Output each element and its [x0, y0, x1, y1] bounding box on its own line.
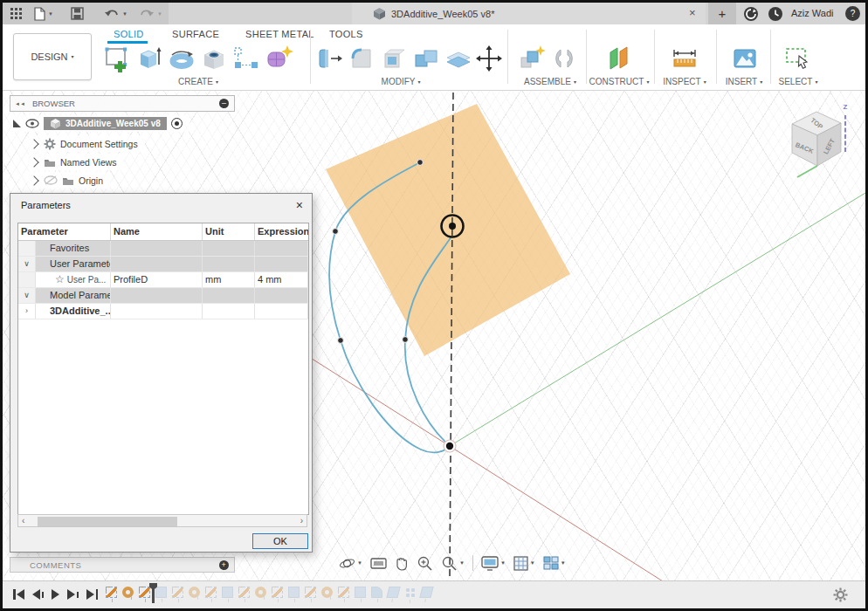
joint-button[interactable]	[549, 44, 579, 73]
timeline-item-sketch[interactable]	[106, 587, 117, 598]
expand-comments-button[interactable]: +	[219, 560, 229, 570]
expand-chevron-icon[interactable]	[29, 157, 38, 167]
timeline-item-extrude[interactable]	[288, 587, 300, 598]
visibility-off-eye-icon[interactable]	[44, 175, 58, 185]
tab-surface[interactable]: SURFACE	[172, 29, 219, 39]
timeline-item-extrude[interactable]	[155, 587, 167, 598]
timeline-item-pattern[interactable]	[404, 587, 416, 598]
timeline-item-sketch[interactable]	[272, 587, 283, 598]
tab-sheet-metal[interactable]: SHEET METAL	[245, 29, 314, 39]
collapse-chevron-icon[interactable]: ∨	[18, 257, 36, 271]
close-document-button[interactable]: ×	[689, 6, 696, 19]
timeline-item-body[interactable]	[419, 587, 433, 598]
split-body-button[interactable]	[444, 44, 473, 73]
activate-component-radio[interactable]	[171, 118, 183, 129]
spline-point[interactable]	[333, 229, 339, 235]
assemble-group-dropdown[interactable]: ASSEMBLE▾	[514, 77, 586, 86]
app-grid-icon[interactable]	[10, 6, 22, 21]
timeline-item-extrude[interactable]	[222, 587, 233, 598]
visibility-eye-icon[interactable]	[25, 119, 39, 128]
insert-image-button[interactable]	[730, 44, 760, 73]
browser-item-named-views[interactable]: Named Views	[29, 154, 124, 170]
timeline-item-revolve[interactable]	[255, 587, 266, 598]
scroll-right-arrow[interactable]: ›	[300, 516, 303, 525]
redo-button[interactable]: ▼	[139, 6, 162, 21]
sketch-plane[interactable]	[326, 104, 570, 356]
param-cell-unit[interactable]: mm	[203, 272, 255, 287]
column-header-parameter[interactable]: Parameter	[18, 223, 111, 240]
create-form-button[interactable]	[264, 44, 293, 73]
notifications-button[interactable]	[768, 6, 783, 21]
play-button[interactable]	[52, 589, 59, 600]
table-row-model-parameters[interactable]: ∨ Model Parameters	[18, 288, 308, 304]
timeline-settings-gear-icon[interactable]	[833, 587, 848, 602]
timeline-item-sketch[interactable]	[238, 587, 250, 598]
user-name[interactable]: Aziz Wadi	[791, 8, 834, 18]
ok-button[interactable]: OK	[252, 533, 308, 549]
timeline-item-fillet[interactable]	[371, 587, 382, 598]
select-group-dropdown[interactable]: SELECT▾	[768, 77, 829, 86]
timeline-item-revolve[interactable]	[189, 587, 200, 598]
collapse-panel-icon[interactable]: ◄◄	[15, 101, 25, 106]
timeline-item-revolve[interactable]	[122, 587, 134, 598]
timeline-item-extrude[interactable]	[355, 587, 366, 598]
expand-chevron-icon[interactable]: ›	[18, 304, 36, 319]
timeline-item-body[interactable]	[386, 587, 400, 598]
press-pull-button[interactable]	[314, 44, 344, 73]
extrude-button[interactable]	[134, 44, 164, 73]
browser-item-origin[interactable]: Origin	[29, 172, 110, 189]
timeline-item-sketch[interactable]	[205, 587, 217, 598]
scrollbar-thumb[interactable]	[38, 517, 177, 526]
construct-group-dropdown[interactable]: CONSTRUCT▾	[582, 77, 656, 86]
minimize-panel-button[interactable]: –	[219, 99, 229, 108]
param-cell-name[interactable]: ProfileD	[111, 272, 203, 287]
browser-root-item[interactable]: 3DAdditive_Week05 v8	[44, 117, 167, 130]
spline-point[interactable]	[417, 160, 424, 166]
new-tab-button[interactable]: +	[708, 3, 736, 24]
timeline-playhead[interactable]	[152, 584, 155, 603]
measure-button[interactable]	[670, 44, 699, 73]
revolve-button[interactable]	[167, 44, 196, 73]
construct-plane-button[interactable]	[604, 44, 634, 73]
dialog-close-button[interactable]: ×	[296, 198, 303, 212]
browser-item-document-settings[interactable]: Document Settings	[29, 135, 145, 152]
timeline-item-revolve[interactable]	[321, 587, 333, 598]
combine-button[interactable]	[411, 44, 441, 73]
origin-point[interactable]	[446, 443, 453, 450]
expand-chevron-icon[interactable]	[29, 175, 38, 185]
step-forward-button[interactable]	[67, 589, 79, 600]
select-button[interactable]	[782, 44, 812, 73]
grid-settings-button[interactable]: ▼	[513, 556, 535, 571]
file-menu-button[interactable]: ▼	[34, 6, 53, 21]
fillet-button[interactable]	[347, 44, 376, 73]
modify-group-dropdown[interactable]: MODIFY▾	[368, 77, 434, 86]
timeline-item-sketch[interactable]	[172, 587, 183, 598]
column-header-expression[interactable]: Expression	[255, 223, 309, 240]
viewports-button[interactable]: ▼	[543, 556, 566, 570]
timeline-item-sketch[interactable]	[305, 587, 316, 598]
step-back-button[interactable]	[32, 589, 44, 600]
insert-group-dropdown[interactable]: INSERT▾	[713, 77, 775, 86]
expand-chevron-icon[interactable]	[29, 139, 38, 148]
view-cube[interactable]: TOP BACK LEFT Z	[782, 98, 855, 183]
horizontal-scrollbar[interactable]: ‹ ›	[17, 514, 307, 527]
spline-point[interactable]	[403, 337, 409, 343]
save-button[interactable]	[71, 6, 84, 21]
shell-button[interactable]	[379, 44, 409, 73]
move-copy-button[interactable]	[474, 44, 504, 73]
workspace-selector[interactable]: DESIGN ▾	[13, 33, 92, 80]
display-settings-button[interactable]: ▼	[481, 556, 506, 571]
hole-button[interactable]	[199, 44, 229, 73]
pan-button[interactable]	[395, 556, 409, 571]
table-row-profiled-param[interactable]: ☆ User Pa... ProfileD mm 4 mm	[18, 272, 308, 288]
timeline-item-sketch[interactable]	[338, 587, 349, 598]
look-at-button[interactable]	[370, 557, 387, 570]
column-header-name[interactable]: Name	[111, 223, 203, 240]
rectangular-pattern-button[interactable]	[231, 44, 261, 73]
tab-tools[interactable]: TOOLS	[329, 29, 363, 39]
spline-point[interactable]	[338, 338, 344, 344]
collapse-chevron-icon[interactable]: ∨	[18, 288, 36, 303]
comments-panel-header[interactable]: COMMENTS +	[10, 557, 235, 573]
browser-panel-header[interactable]: ◄◄ BROWSER –	[10, 95, 235, 112]
table-row-model-item[interactable]: › 3DAdditive_...	[18, 304, 308, 319]
